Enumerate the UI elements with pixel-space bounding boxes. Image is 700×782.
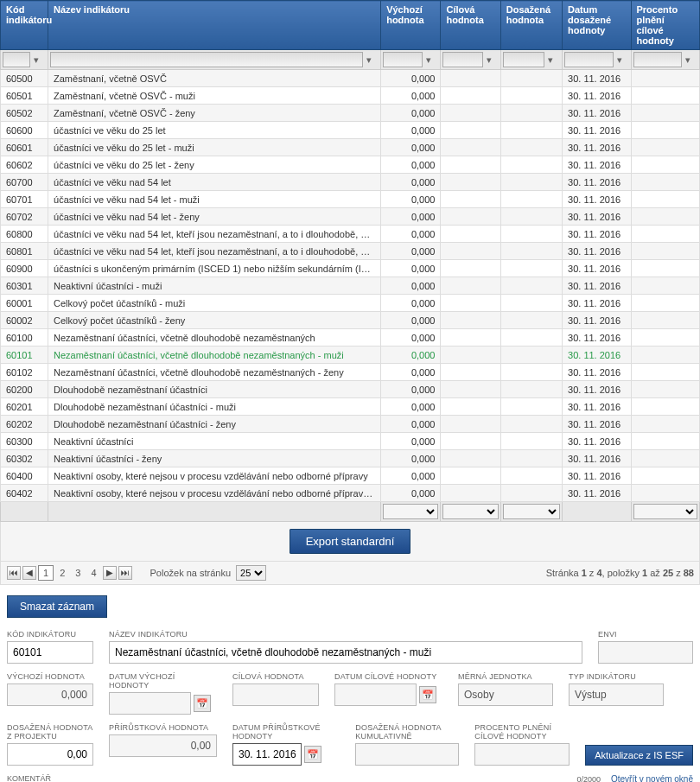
- cell-name: Zaměstnaní, včetně OSVČ - muži: [48, 87, 381, 105]
- table-row[interactable]: 60100Nezaměstnaní účastníci, včetně dlou…: [1, 329, 700, 346]
- filter-vychozi[interactable]: [383, 52, 423, 67]
- calendar-icon[interactable]: 📅: [304, 746, 321, 763]
- filter-icon[interactable]: ▾: [483, 52, 495, 67]
- datum-prir-input[interactable]: [232, 743, 302, 766]
- filter-name[interactable]: [50, 52, 363, 67]
- filter-icon[interactable]: ▾: [423, 52, 435, 67]
- procento-label: PROCENTO PLNĚNÍ CÍLOVÉ HODNOTY: [474, 723, 570, 741]
- table-row[interactable]: 60502Zaměstnaní, včetně OSVČ - ženy0,000…: [1, 105, 700, 122]
- delete-button[interactable]: Smazat záznam: [7, 595, 107, 618]
- table-row[interactable]: 60001Celkový počet účastníků - muži0,000…: [1, 295, 700, 312]
- pager-page-1[interactable]: 1: [38, 565, 54, 581]
- filter-icon[interactable]: ▾: [614, 52, 626, 67]
- table-row[interactable]: 60102Nezaměstnaní účastníci, včetně dlou…: [1, 364, 700, 381]
- cell-dosazena: [500, 122, 562, 139]
- per-page-select[interactable]: 25: [236, 565, 266, 581]
- col-code[interactable]: Kód indikátoru: [1, 1, 48, 50]
- col-vychozi[interactable]: Výchozí hodnota: [381, 1, 441, 50]
- col-dosazena[interactable]: Dosažená hodnota: [500, 1, 562, 50]
- cell-cilova: [441, 226, 500, 243]
- update-button[interactable]: Aktualizace z IS ESF: [585, 745, 693, 766]
- pager-last[interactable]: ⏭: [118, 566, 132, 580]
- cell-procento: [631, 105, 700, 122]
- cell-procento: [631, 208, 700, 226]
- table-row[interactable]: 60800účastníci ve věku nad 54 let, kteří…: [1, 226, 700, 243]
- filter-icon[interactable]: ▾: [30, 52, 42, 67]
- calendar-icon[interactable]: 📅: [194, 695, 211, 712]
- table-row[interactable]: 60201Dlouhodobě nezaměstnaní účastníci -…: [1, 398, 700, 416]
- sum-dosazena[interactable]: [503, 504, 560, 519]
- filter-icon[interactable]: ▾: [682, 52, 694, 67]
- table-row[interactable]: 60302Neaktivní účastníci - ženy0,00030. …: [1, 450, 700, 467]
- pager: ⏮ ◀ 1 2 3 4 ▶ ⏭ Položek na stránku 25 St…: [0, 562, 700, 585]
- dosaz-kum-input: [355, 743, 459, 766]
- cell-datum: 30. 11. 2016: [563, 416, 631, 433]
- summary-row: [1, 502, 700, 522]
- open-new-window-link[interactable]: Otevřít v novém okně: [611, 774, 693, 782]
- calendar-icon[interactable]: 📅: [419, 686, 436, 703]
- prir-label: PŘÍRŮSTKOVÁ HODNOTA: [109, 723, 217, 732]
- cell-name: Neaktivní účastníci: [48, 433, 381, 450]
- cell-procento: [631, 467, 700, 485]
- filter-datum[interactable]: [564, 52, 613, 67]
- cell-vychozi: 0,000: [381, 174, 441, 191]
- dosaz-kum-label: DOSAŽENÁ HODNOTA KUMULATIVNĚ: [355, 723, 459, 741]
- cell-dosazena: [500, 416, 562, 433]
- table-row[interactable]: 60101Nezaměstnaní účastníci, včetně dlou…: [1, 346, 700, 364]
- cell-procento: [631, 485, 700, 502]
- table-row[interactable]: 60402Neaktivní osoby, které nejsou v pro…: [1, 485, 700, 502]
- pager-page-3[interactable]: 3: [71, 566, 85, 580]
- filter-dosazena[interactable]: [503, 52, 544, 67]
- filter-icon[interactable]: ▾: [363, 52, 375, 67]
- col-cilova[interactable]: Cílová hodnota: [441, 1, 500, 50]
- pager-first[interactable]: ⏮: [7, 566, 21, 580]
- cell-datum: 30. 11. 2016: [563, 295, 631, 312]
- cell-datum: 30. 11. 2016: [563, 174, 631, 191]
- col-name[interactable]: Název indikátoru: [48, 1, 381, 50]
- table-row[interactable]: 60700účastníci ve věku nad 54 let0,00030…: [1, 174, 700, 191]
- export-button[interactable]: Export standardní: [290, 529, 411, 554]
- cell-vychozi: 0,000: [381, 105, 441, 122]
- table-row[interactable]: 60702účastníci ve věku nad 54 let - ženy…: [1, 208, 700, 226]
- cell-procento: [631, 174, 700, 191]
- filter-icon[interactable]: ▾: [544, 52, 557, 67]
- table-row[interactable]: 60601účastníci ve věku do 25 let - muži0…: [1, 139, 700, 156]
- table-row[interactable]: 60200Dlouhodobě nezaměstnaní účastníci0,…: [1, 381, 700, 398]
- cell-datum: 30. 11. 2016: [563, 450, 631, 467]
- table-row[interactable]: 60500Zaměstnaní, včetně OSVČ0,00030. 11.…: [1, 70, 700, 87]
- sum-vychozi[interactable]: [383, 504, 438, 519]
- cell-dosazena: [500, 174, 562, 191]
- table-row[interactable]: 60501Zaměstnaní, včetně OSVČ - muži0,000…: [1, 87, 700, 105]
- col-datum[interactable]: Datum dosažené hodnoty: [563, 1, 631, 50]
- table-row[interactable]: 60801účastníci ve věku nad 54 let, kteří…: [1, 243, 700, 260]
- sum-procento[interactable]: [633, 504, 698, 519]
- kod-input[interactable]: [7, 641, 93, 664]
- pager-prev[interactable]: ◀: [22, 566, 36, 580]
- cell-code: 60202: [1, 416, 48, 433]
- col-procento[interactable]: Procento plnění cílové hodnoty: [631, 1, 700, 50]
- table-row[interactable]: 60002Celkový počet účastníků - ženy0,000…: [1, 312, 700, 329]
- sum-cilova[interactable]: [442, 504, 498, 519]
- nazev-input[interactable]: [109, 641, 582, 664]
- filter-procento[interactable]: [633, 52, 683, 67]
- table-row[interactable]: 60602účastníci ve věku do 25 let - ženy0…: [1, 156, 700, 174]
- table-row[interactable]: 60301Neaktivní účastníci - muži0,00030. …: [1, 277, 700, 295]
- cell-datum: 30. 11. 2016: [563, 485, 631, 502]
- cell-cilova: [441, 105, 500, 122]
- table-row[interactable]: 60701účastníci ve věku nad 54 let - muži…: [1, 191, 700, 208]
- cell-vychozi: 0,000: [381, 139, 441, 156]
- filter-code[interactable]: [3, 52, 30, 67]
- table-row[interactable]: 60400Neaktivní osoby, které nejsou v pro…: [1, 467, 700, 485]
- pager-page-2[interactable]: 2: [55, 566, 69, 580]
- dosazena-input[interactable]: [7, 743, 93, 766]
- table-row[interactable]: 60202Dlouhodobě nezaměstnaní účastníci -…: [1, 416, 700, 433]
- pager-next[interactable]: ▶: [103, 566, 117, 580]
- table-row[interactable]: 60300Neaktivní účastníci0,00030. 11. 201…: [1, 433, 700, 450]
- table-row[interactable]: 60900účastníci s ukončeným primárním (IS…: [1, 260, 700, 277]
- cell-datum: 30. 11. 2016: [563, 243, 631, 260]
- cell-name: Dlouhodobě nezaměstnaní účastníci - muži: [48, 398, 381, 416]
- filter-cilova[interactable]: [442, 52, 482, 67]
- cell-code: 60300: [1, 433, 48, 450]
- pager-page-4[interactable]: 4: [86, 566, 100, 580]
- table-row[interactable]: 60600účastníci ve věku do 25 let0,00030.…: [1, 122, 700, 139]
